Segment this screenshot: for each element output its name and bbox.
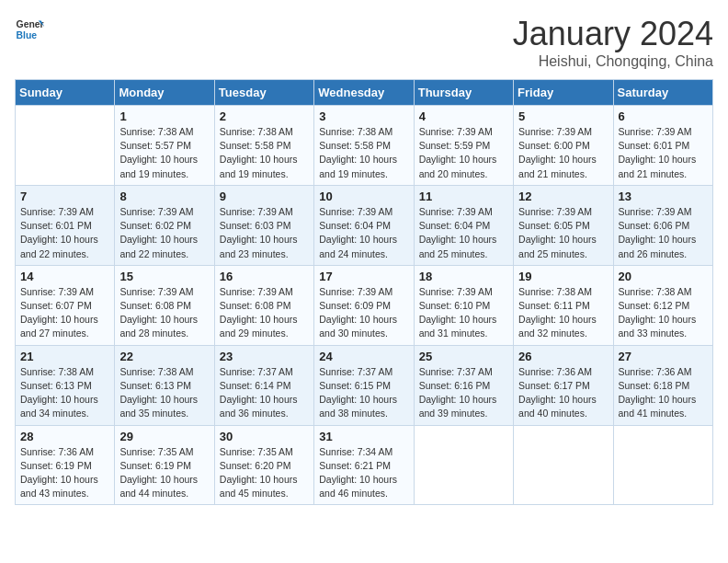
calendar-day-cell: 24Sunrise: 7:37 AM Sunset: 6:15 PM Dayli…: [314, 345, 414, 425]
day-info: Sunrise: 7:37 AM Sunset: 6:15 PM Dayligh…: [319, 365, 408, 421]
title-section: January 2024 Heishui, Chongqing, China: [513, 15, 713, 70]
day-info: Sunrise: 7:38 AM Sunset: 6:12 PM Dayligh…: [619, 285, 708, 341]
day-info: Sunrise: 7:38 AM Sunset: 6:13 PM Dayligh…: [20, 365, 109, 421]
logo-icon: General Blue: [15, 15, 44, 44]
calendar-day-cell: 22Sunrise: 7:38 AM Sunset: 6:13 PM Dayli…: [115, 345, 214, 425]
page-header: General Blue January 2024 Heishui, Chong…: [15, 15, 713, 70]
calendar-week-row: 21Sunrise: 7:38 AM Sunset: 6:13 PM Dayli…: [16, 345, 713, 425]
day-number: 25: [419, 350, 508, 363]
day-number: 5: [518, 109, 608, 123]
day-info: Sunrise: 7:37 AM Sunset: 6:14 PM Dayligh…: [220, 365, 309, 421]
day-info: Sunrise: 7:36 AM Sunset: 6:17 PM Dayligh…: [518, 365, 608, 421]
day-number: 19: [518, 270, 608, 283]
day-number: 24: [319, 350, 408, 363]
calendar-day-cell: 2Sunrise: 7:38 AM Sunset: 5:58 PM Daylig…: [214, 106, 313, 186]
calendar-day-cell: 18Sunrise: 7:39 AM Sunset: 6:10 PM Dayli…: [414, 265, 513, 345]
calendar-day-cell: 28Sunrise: 7:36 AM Sunset: 6:19 PM Dayli…: [16, 425, 115, 505]
day-info: Sunrise: 7:39 AM Sunset: 6:01 PM Dayligh…: [619, 125, 708, 181]
day-info: Sunrise: 7:39 AM Sunset: 6:04 PM Dayligh…: [319, 205, 408, 261]
day-number: 27: [619, 350, 708, 363]
day-info: Sunrise: 7:38 AM Sunset: 6:13 PM Dayligh…: [119, 365, 209, 421]
day-number: 6: [619, 109, 708, 123]
day-number: 31: [319, 430, 408, 443]
day-info: Sunrise: 7:38 AM Sunset: 5:57 PM Dayligh…: [119, 125, 209, 181]
day-of-week-header: Wednesday: [314, 80, 414, 106]
calendar-day-cell: 21Sunrise: 7:38 AM Sunset: 6:13 PM Dayli…: [16, 345, 115, 425]
day-info: Sunrise: 7:39 AM Sunset: 6:09 PM Dayligh…: [319, 285, 408, 341]
day-number: 8: [119, 190, 209, 203]
calendar-day-cell: 13Sunrise: 7:39 AM Sunset: 6:06 PM Dayli…: [613, 185, 712, 265]
calendar-day-cell: 19Sunrise: 7:38 AM Sunset: 6:11 PM Dayli…: [514, 265, 613, 345]
day-number: 3: [319, 109, 408, 123]
day-number: 7: [20, 190, 109, 203]
day-of-week-header: Saturday: [613, 80, 712, 106]
day-number: 12: [518, 190, 608, 203]
day-info: Sunrise: 7:39 AM Sunset: 6:00 PM Dayligh…: [518, 125, 608, 181]
calendar-day-cell: 16Sunrise: 7:39 AM Sunset: 6:08 PM Dayli…: [214, 265, 313, 345]
day-number: 30: [220, 430, 309, 443]
svg-text:Blue: Blue: [17, 30, 38, 40]
calendar-day-cell: 12Sunrise: 7:39 AM Sunset: 6:05 PM Dayli…: [514, 185, 613, 265]
day-info: Sunrise: 7:39 AM Sunset: 6:02 PM Dayligh…: [119, 205, 209, 261]
calendar-header-row: SundayMondayTuesdayWednesdayThursdayFrid…: [16, 80, 713, 106]
calendar-day-cell: 29Sunrise: 7:35 AM Sunset: 6:19 PM Dayli…: [115, 425, 214, 505]
calendar-day-cell: 6Sunrise: 7:39 AM Sunset: 6:01 PM Daylig…: [613, 106, 712, 186]
calendar-week-row: 14Sunrise: 7:39 AM Sunset: 6:07 PM Dayli…: [16, 265, 713, 345]
calendar-day-cell: 4Sunrise: 7:39 AM Sunset: 5:59 PM Daylig…: [414, 106, 513, 186]
calendar-day-cell: 5Sunrise: 7:39 AM Sunset: 6:00 PM Daylig…: [514, 106, 613, 186]
day-info: Sunrise: 7:39 AM Sunset: 6:05 PM Dayligh…: [518, 205, 608, 261]
day-of-week-header: Thursday: [414, 80, 513, 106]
day-info: Sunrise: 7:38 AM Sunset: 5:58 PM Dayligh…: [319, 125, 408, 181]
day-of-week-header: Monday: [115, 80, 214, 106]
calendar-table: SundayMondayTuesdayWednesdayThursdayFrid…: [15, 79, 713, 505]
calendar-day-cell: 3Sunrise: 7:38 AM Sunset: 5:58 PM Daylig…: [314, 106, 414, 186]
day-number: 18: [419, 270, 508, 283]
day-number: 17: [319, 270, 408, 283]
day-number: 21: [20, 350, 109, 363]
day-number: 28: [20, 430, 109, 443]
calendar-week-row: 1Sunrise: 7:38 AM Sunset: 5:57 PM Daylig…: [16, 106, 713, 186]
calendar-day-cell: 8Sunrise: 7:39 AM Sunset: 6:02 PM Daylig…: [115, 185, 214, 265]
calendar-day-cell: 17Sunrise: 7:39 AM Sunset: 6:09 PM Dayli…: [314, 265, 414, 345]
day-number: 14: [20, 270, 109, 283]
calendar-day-cell: 30Sunrise: 7:35 AM Sunset: 6:20 PM Dayli…: [214, 425, 313, 505]
day-of-week-header: Friday: [514, 80, 613, 106]
day-number: 20: [619, 270, 708, 283]
day-info: Sunrise: 7:38 AM Sunset: 6:11 PM Dayligh…: [518, 285, 608, 341]
day-number: 13: [619, 190, 708, 203]
calendar-day-cell: 27Sunrise: 7:36 AM Sunset: 6:18 PM Dayli…: [613, 345, 712, 425]
calendar-day-cell: [613, 425, 712, 505]
calendar-day-cell: 26Sunrise: 7:36 AM Sunset: 6:17 PM Dayli…: [514, 345, 613, 425]
day-number: 10: [319, 190, 408, 203]
day-number: 2: [220, 109, 309, 123]
day-number: 22: [119, 350, 209, 363]
month-title: January 2024: [513, 15, 713, 53]
day-info: Sunrise: 7:39 AM Sunset: 6:04 PM Dayligh…: [419, 205, 508, 261]
day-number: 23: [220, 350, 309, 363]
day-info: Sunrise: 7:36 AM Sunset: 6:18 PM Dayligh…: [619, 365, 708, 421]
calendar-day-cell: 25Sunrise: 7:37 AM Sunset: 6:16 PM Dayli…: [414, 345, 513, 425]
day-of-week-header: Tuesday: [214, 80, 313, 106]
day-info: Sunrise: 7:38 AM Sunset: 5:58 PM Dayligh…: [220, 125, 309, 181]
day-info: Sunrise: 7:37 AM Sunset: 6:16 PM Dayligh…: [419, 365, 508, 421]
day-number: 11: [419, 190, 508, 203]
day-number: 29: [119, 430, 209, 443]
day-number: 15: [119, 270, 209, 283]
calendar-day-cell: 14Sunrise: 7:39 AM Sunset: 6:07 PM Dayli…: [16, 265, 115, 345]
calendar-day-cell: [414, 425, 513, 505]
day-info: Sunrise: 7:39 AM Sunset: 6:06 PM Dayligh…: [619, 205, 708, 261]
day-info: Sunrise: 7:36 AM Sunset: 6:19 PM Dayligh…: [20, 445, 109, 501]
day-info: Sunrise: 7:39 AM Sunset: 6:08 PM Dayligh…: [220, 285, 309, 341]
day-number: 9: [220, 190, 309, 203]
day-info: Sunrise: 7:35 AM Sunset: 6:19 PM Dayligh…: [119, 445, 209, 501]
calendar-day-cell: 1Sunrise: 7:38 AM Sunset: 5:57 PM Daylig…: [115, 106, 214, 186]
calendar-week-row: 7Sunrise: 7:39 AM Sunset: 6:01 PM Daylig…: [16, 185, 713, 265]
day-info: Sunrise: 7:34 AM Sunset: 6:21 PM Dayligh…: [319, 445, 408, 501]
calendar-day-cell: 31Sunrise: 7:34 AM Sunset: 6:21 PM Dayli…: [314, 425, 414, 505]
calendar-day-cell: 10Sunrise: 7:39 AM Sunset: 6:04 PM Dayli…: [314, 185, 414, 265]
calendar-day-cell: 15Sunrise: 7:39 AM Sunset: 6:08 PM Dayli…: [115, 265, 214, 345]
calendar-week-row: 28Sunrise: 7:36 AM Sunset: 6:19 PM Dayli…: [16, 425, 713, 505]
day-number: 16: [220, 270, 309, 283]
day-of-week-header: Sunday: [16, 80, 115, 106]
day-info: Sunrise: 7:39 AM Sunset: 5:59 PM Dayligh…: [419, 125, 508, 181]
